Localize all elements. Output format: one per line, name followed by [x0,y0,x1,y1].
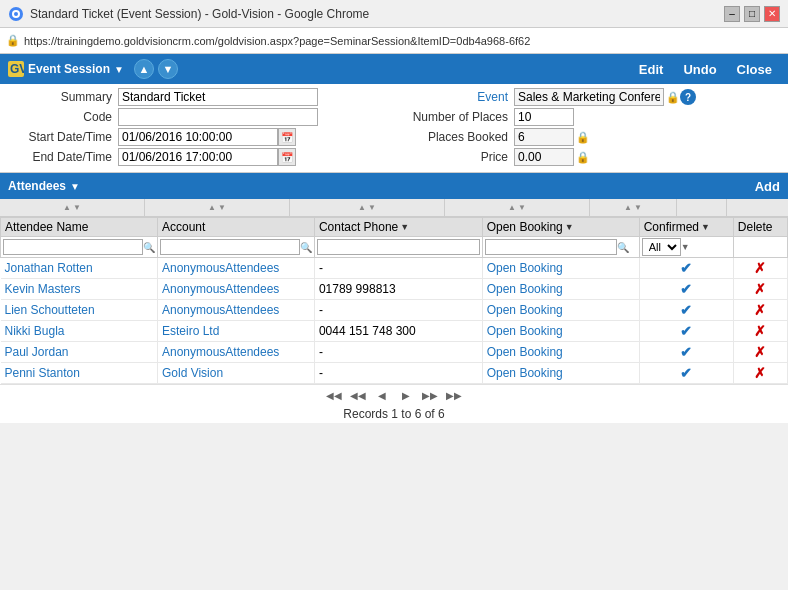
attendee-name-link[interactable]: Kevin Masters [5,282,81,296]
account-link[interactable]: AnonymousAttendees [162,282,279,296]
sort-attendee-name[interactable]: ▲ ▼ [0,199,145,216]
places-input[interactable] [514,108,574,126]
next-page-button[interactable]: ▶ [398,387,414,403]
table-row: Jonathan Rotten AnonymousAttendees - Ope… [1,258,788,279]
event-input[interactable] [514,88,664,106]
sort-down-arrow: ▼ [518,203,526,212]
attendee-name-link[interactable]: Jonathan Rotten [5,261,93,275]
sort-down-arrow: ▼ [73,203,81,212]
end-input[interactable] [118,148,278,166]
attendee-name-link[interactable]: Paul Jordan [5,345,69,359]
summary-input[interactable]: Standard Ticket [118,88,318,106]
edit-button[interactable]: Edit [631,60,672,79]
sort-booking[interactable]: ▲ ▼ [445,199,590,216]
delete-row-button[interactable]: ✗ [754,323,766,339]
booking-link[interactable]: Open Booking [487,366,563,380]
browser-icon [8,6,24,22]
phone-filter-icon[interactable]: ▼ [400,222,409,232]
close-button[interactable]: Close [729,60,780,79]
records-count: Records 1 to 6 of 6 [0,405,788,423]
cell-phone: - [314,300,482,321]
start-input[interactable] [118,128,278,146]
th-phone: Contact Phone ▼ [314,218,482,237]
window-controls[interactable]: – □ ✕ [724,6,780,22]
booking-link[interactable]: Open Booking [487,282,563,296]
delete-row-button[interactable]: ✗ [754,365,766,381]
search-account-input[interactable] [160,239,300,255]
th-confirmed: Confirmed ▼ [639,218,733,237]
title-bar: Standard Ticket (Event Session) - Gold-V… [0,0,788,28]
sort-confirmed[interactable]: ▲ ▼ [590,199,677,216]
search-booking-input[interactable] [485,239,617,255]
attendee-name-link[interactable]: Nikki Bugla [5,324,65,338]
event-link[interactable]: Event [477,90,508,104]
prev-page-button[interactable]: ◀ [374,387,390,403]
confirmed-check-icon: ✔ [680,323,692,339]
price-row: Price 🔒 [394,148,780,166]
cell-account: AnonymousAttendees [157,300,314,321]
minimize-button[interactable]: – [724,6,740,22]
booking-link[interactable]: Open Booking [487,303,563,317]
brand-dropdown-arrow[interactable]: ▼ [114,64,124,75]
confirmed-check-icon: ✔ [680,281,692,297]
cell-confirmed: ✔ [639,300,733,321]
table-row: Paul Jordan AnonymousAttendees - Open Bo… [1,342,788,363]
delete-row-button[interactable]: ✗ [754,260,766,276]
search-confirmed-cell: All ▼ [639,237,733,258]
next-group-button[interactable]: ▶▶ [422,387,438,403]
confirmed-filter-icon[interactable]: ▼ [701,222,710,232]
first-page-button[interactable]: ◀◀ [326,387,342,403]
account-link[interactable]: AnonymousAttendees [162,345,279,359]
add-attendee-button[interactable]: Add [755,179,780,194]
booked-lock-icon: 🔒 [576,131,590,144]
code-input[interactable] [118,108,318,126]
booking-link[interactable]: Open Booking [487,345,563,359]
account-link[interactable]: AnonymousAttendees [162,261,279,275]
start-calendar-button[interactable]: 📅 [278,128,296,146]
booking-link[interactable]: Open Booking [487,261,563,275]
account-link[interactable]: Esteiro Ltd [162,324,219,338]
attendees-table-container: ▲ ▼ ▲ ▼ ▲ ▼ ▲ ▼ ▲ ▼ Attendee Name [0,199,788,423]
sort-account[interactable]: ▲ ▼ [145,199,290,216]
undo-button[interactable]: Undo [675,60,724,79]
end-calendar-button[interactable]: 📅 [278,148,296,166]
cell-booking: Open Booking [482,321,639,342]
search-account-cell: 🔍 [157,237,314,258]
last-page-button[interactable]: ▶▶ [446,387,462,403]
account-link[interactable]: AnonymousAttendees [162,303,279,317]
maximize-button[interactable]: □ [744,6,760,22]
cell-booking: Open Booking [482,300,639,321]
sort-phone[interactable]: ▲ ▼ [290,199,445,216]
delete-row-button[interactable]: ✗ [754,302,766,318]
attendees-dropdown-arrow[interactable]: ▼ [70,181,80,192]
attendee-name-link[interactable]: Lien Schoutteten [5,303,95,317]
cell-attendee-name: Jonathan Rotten [1,258,158,279]
cell-confirmed: ✔ [639,258,733,279]
main-toolbar: GV Event Session ▼ ▲ ▼ Edit Undo Close [0,54,788,84]
search-phone-input[interactable] [317,239,480,255]
prev-group-button[interactable]: ◀◀ [350,387,366,403]
table-row: Nikki Bugla Esteiro Ltd 0044 151 748 300… [1,321,788,342]
attendee-name-link[interactable]: Penni Stanton [5,366,80,380]
delete-row-button[interactable]: ✗ [754,344,766,360]
account-link[interactable]: Gold Vision [162,366,223,380]
booking-link[interactable]: Open Booking [487,324,563,338]
help-icon[interactable]: ? [680,89,696,105]
booking-filter-icon[interactable]: ▼ [565,222,574,232]
form-left-col: Summary Standard Ticket Code Start Date/… [8,88,394,168]
sort-down-arrow: ▼ [368,203,376,212]
delete-row-button[interactable]: ✗ [754,281,766,297]
nav-up-button[interactable]: ▲ [134,59,154,79]
search-name-cell: 🔍 [1,237,158,258]
svg-point-2 [14,12,18,16]
price-input[interactable] [514,148,574,166]
booked-input[interactable] [514,128,574,146]
nav-down-button[interactable]: ▼ [158,59,178,79]
places-row: Number of Places [394,108,780,126]
search-name-input[interactable] [3,239,143,255]
close-window-button[interactable]: ✕ [764,6,780,22]
cell-account: AnonymousAttendees [157,258,314,279]
confirmed-filter-select[interactable]: All [642,238,681,256]
confirmed-check-icon: ✔ [680,344,692,360]
summary-row: Summary Standard Ticket [8,88,394,106]
